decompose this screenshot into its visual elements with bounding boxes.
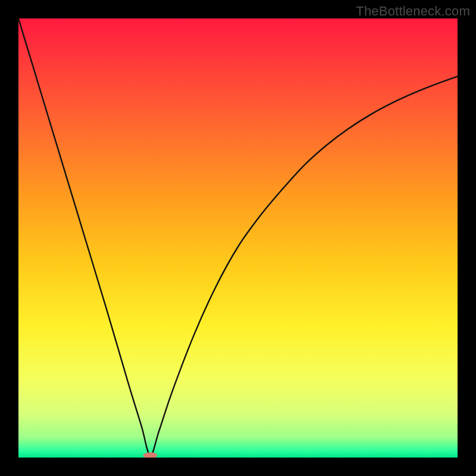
plot-area — [18, 18, 458, 458]
chart-frame: TheBottleneck.com — [0, 0, 476, 476]
plot-svg — [18, 18, 458, 458]
watermark-text: TheBottleneck.com — [356, 4, 470, 19]
